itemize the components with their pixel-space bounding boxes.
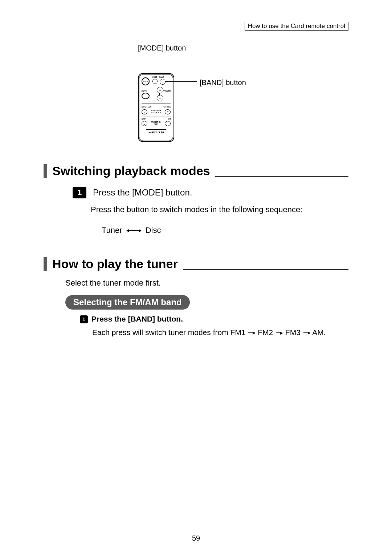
remote-band-button-icon <box>160 79 166 85</box>
remote-label-band: BAND <box>159 76 164 78</box>
remote-sep-2 <box>142 117 171 117</box>
remote-row1-left: DISC • SCH <box>142 106 151 108</box>
section-intro: Select the tuner mode first. <box>65 278 348 288</box>
substep-body-seg3: FM3 <box>285 328 303 336</box>
header-rule <box>44 33 348 33</box>
remote-vol-up-icon: + <box>157 87 163 93</box>
section-title: How to play the tuner <box>52 257 178 271</box>
callout-mode: [MODE] button <box>138 44 186 52</box>
substep-title: Press the [BAND] button. <box>91 315 183 323</box>
remote-vol-down-icon: − <box>157 95 163 101</box>
arrow-right-icon <box>276 332 282 333</box>
step-number-badge: 1 <box>73 187 86 198</box>
remote-diagram: [MODE] button [BAND] button MODE BAND PW… <box>44 44 348 157</box>
remote-row2-right: CH <box>168 118 171 120</box>
seq-tuner: Tuner <box>102 226 122 235</box>
step-1: 1 Press the [MODE] button. <box>73 187 348 198</box>
heading-accent-bar <box>44 257 47 271</box>
seq-disc: Disc <box>146 226 161 235</box>
remote-row1-right: PIX • MIX <box>163 106 171 108</box>
breadcrumb-wrap: How to use the Card remote control <box>44 22 348 31</box>
double-arrow-icon <box>127 230 141 231</box>
heading-underline <box>215 176 348 177</box>
remote-label-mode: MODE <box>152 76 157 78</box>
section-title: Switching playback modes <box>52 164 210 178</box>
step-instruction: Press the [MODE] button. <box>93 187 192 198</box>
remote-row1-mid-b: TRACK APS <box>151 112 162 114</box>
breadcrumb: How to use the Card remote control <box>245 22 348 31</box>
heading-accent-bar <box>44 164 47 178</box>
chevron-up-icon: ⌃ <box>165 109 171 114</box>
remote-sep-1 <box>142 104 171 104</box>
leader-line-mode <box>152 53 152 73</box>
remote-brand-rule <box>146 129 166 130</box>
mode-sequence: Tuner Disc <box>102 226 348 235</box>
step-body: Press the button to switch modes in the … <box>91 203 341 215</box>
substep-number-badge: 1 <box>80 315 88 323</box>
arrow-right-icon <box>303 332 310 333</box>
remote-mode-button-icon <box>152 79 158 84</box>
remote-illustration: MODE BAND PWR MUTE VOLUME + − DISC • SCH… <box>138 73 174 142</box>
substep-body: Each press will switch tuner modes from … <box>92 326 334 339</box>
remote-row1-labels: DISC • SCH PIX • MIX <box>142 106 171 108</box>
chevron-up-icon: ⌃ <box>165 121 171 126</box>
subsection-pill: Selecting the FM/AM band <box>65 295 190 310</box>
section-heading-switching: Switching playback modes <box>44 164 348 178</box>
remote-brand: ECLIPSE <box>138 131 174 134</box>
remote-mute-button-icon <box>142 93 150 99</box>
arrow-right-icon <box>248 332 255 333</box>
remote-label-volume: VOLUME <box>163 90 171 92</box>
remote-row2-mid-b: DISC <box>154 123 158 125</box>
heading-underline <box>183 269 348 270</box>
page-number: 59 <box>0 534 392 542</box>
substep-1: 1 Press the [BAND] button. <box>80 315 348 323</box>
remote-pwr-button-icon: PWR <box>142 77 150 85</box>
substep-body-seg1: Each press will switch tuner modes from … <box>92 328 248 336</box>
callout-band: [BAND] button <box>200 78 246 87</box>
manual-page: How to use the Card remote control [MODE… <box>0 0 392 557</box>
remote-label-mute: MUTE <box>142 90 147 92</box>
section-heading-tuner: How to play the tuner <box>44 257 348 271</box>
substep-body-seg2: FM2 <box>258 328 275 336</box>
remote-row2-left: SKIP <box>142 118 146 120</box>
substep-body-seg4: AM. <box>312 328 326 336</box>
